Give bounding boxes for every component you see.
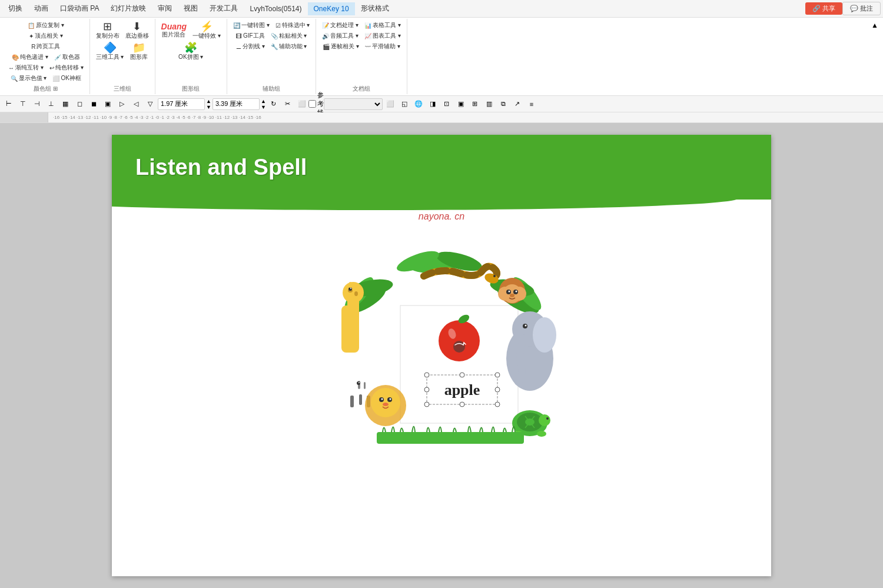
menu-item-slideshow[interactable]: 幻灯片放映 bbox=[105, 1, 152, 16]
ribbon-group-graphic: Duang 图片混合 ⚡ 一键特效 ▾ 🧩 OK拼图 ▾ 图形组 bbox=[155, 19, 227, 94]
menu-item-switch[interactable]: 切换 bbox=[2, 1, 28, 16]
width-input[interactable] bbox=[158, 98, 205, 110]
svg-rect-66 bbox=[377, 432, 524, 444]
ribbon-row-3d-2: 🔷 三维工具 ▾ 📁 图形库 bbox=[94, 41, 151, 62]
height-spinner-up[interactable]: ▲▼ bbox=[261, 98, 266, 110]
btn-special-select[interactable]: ☑ 特殊选中 ▾ bbox=[273, 20, 313, 31]
eyedropper-icon: 💉 bbox=[54, 54, 61, 61]
toolbar-btn-3[interactable]: ⊣ bbox=[31, 98, 44, 111]
share-button[interactable]: 🔗 共享 bbox=[805, 2, 842, 15]
toolbar-extra-5[interactable]: ⊡ bbox=[440, 98, 453, 111]
btn-vertex-related[interactable]: ✦ 顶点相关 ▾ bbox=[26, 31, 65, 41]
toolbar-extra-3[interactable]: 🌐 bbox=[412, 98, 425, 111]
rotate-btn[interactable]: ↻ bbox=[267, 98, 280, 111]
toolbar-btn-9[interactable]: ▷ bbox=[115, 98, 128, 111]
crop-btn[interactable]: ✂ bbox=[281, 98, 294, 111]
btn-ok-frame[interactable]: ⬜ OK神框 bbox=[50, 73, 83, 84]
btn-audio-tool[interactable]: 🔊 音频工具 ▾ bbox=[320, 31, 361, 41]
toolbar-extra-2[interactable]: ◱ bbox=[398, 98, 411, 111]
height-input[interactable] bbox=[213, 98, 260, 110]
toolbar-extra-8[interactable]: ▥ bbox=[483, 98, 496, 111]
review-button[interactable]: 💬 批注 bbox=[842, 2, 881, 15]
collage-icon: 🧩 bbox=[184, 42, 197, 53]
animal-frame[interactable]: apple bbox=[318, 229, 565, 453]
btn-duang[interactable]: Duang 图片混合 bbox=[159, 21, 190, 40]
toolbar-extra-9[interactable]: ⧉ bbox=[497, 98, 510, 111]
btn-paste-related[interactable]: 📎 粘贴相关 ▾ bbox=[268, 31, 310, 41]
svg-point-71 bbox=[495, 373, 500, 377]
toolbar-btn-6[interactable]: ◻ bbox=[73, 98, 86, 111]
btn-chart-tool[interactable]: 📈 图表工具 ▾ bbox=[362, 31, 403, 41]
toolbar-btn-2[interactable]: ⊤ bbox=[16, 98, 29, 111]
svg-point-75 bbox=[460, 402, 464, 407]
menu-item-view[interactable]: 视图 bbox=[178, 1, 204, 16]
btn-copy-distribute[interactable]: ⊞ 复制分布 bbox=[94, 20, 122, 41]
btn-gif-tool[interactable]: 🎞 GIF工具 bbox=[234, 31, 267, 41]
btn-one-click-img[interactable]: 🔄 一键转图 ▾ bbox=[231, 20, 272, 31]
menu-item-animation[interactable]: 动画 bbox=[28, 1, 54, 16]
btn-frame-related[interactable]: 🎬 逐帧相关 ▾ bbox=[320, 41, 361, 52]
toolbar-btn-1[interactable]: ⊢ bbox=[2, 98, 15, 111]
toolbar-btn-10[interactable]: ◁ bbox=[130, 98, 142, 111]
btn-doc-process[interactable]: 📝 文档处理 ▾ bbox=[320, 20, 361, 31]
btn-3d-tools[interactable]: 🔷 三维工具 ▾ bbox=[94, 41, 127, 62]
toolbar-btn-11[interactable]: ▽ bbox=[144, 98, 157, 111]
toolbar-extra-11[interactable]: ≡ bbox=[525, 98, 538, 111]
toolbar-extra-7[interactable]: ⊞ bbox=[469, 98, 482, 111]
svg-point-33 bbox=[381, 398, 383, 400]
svg-point-35 bbox=[390, 398, 391, 400]
menu-item-developer[interactable]: 开发工具 bbox=[204, 1, 244, 16]
width-spinner-up[interactable]: ▲▼ bbox=[206, 98, 211, 110]
btn-table-tool[interactable]: 📊 表格工具 ▾ bbox=[362, 20, 403, 31]
toolbar-extra-1[interactable]: ⬜ bbox=[384, 98, 397, 111]
menu-item-shape-format[interactable]: 形状格式 bbox=[355, 1, 395, 16]
collapse-icon: ▲ bbox=[871, 21, 878, 29]
btn-solid-gradient[interactable]: 🎨 纯色递进 ▾ bbox=[9, 52, 51, 62]
btn-one-click-effect[interactable]: ⚡ 一键特效 ▾ bbox=[190, 20, 223, 41]
menu-item-review[interactable]: 审阅 bbox=[152, 1, 178, 16]
ruler-marks: ·16 ·15 ·14 ·13 ·12 ·11 ·10 ·9 ·8 ·7 ·6 … bbox=[48, 115, 883, 120]
toolbar-btn-7[interactable]: ◼ bbox=[87, 98, 100, 111]
ribbon-row-doc-3: 🎬 逐帧相关 ▾ 〰 平滑辅助 ▾ bbox=[320, 41, 403, 52]
toolbar-btn-5[interactable]: ▦ bbox=[59, 98, 72, 111]
toolbar-btn-4[interactable]: ⊥ bbox=[45, 98, 58, 111]
btn-aux-function[interactable]: 🔧 辅助功能 ▾ bbox=[268, 41, 310, 52]
doc-icon: 📝 bbox=[322, 22, 329, 29]
btn-shape-library[interactable]: 📁 图形库 bbox=[127, 41, 151, 62]
btn-divider[interactable]: ⚊ 分割线 ▾ bbox=[234, 41, 267, 52]
ribbon: 📋 原位复制 ▾ ✦ 顶点相关 ▾ R 跨页工具 bbox=[0, 18, 883, 96]
menu-item-pocket-animation[interactable]: 口袋动画 PA bbox=[54, 1, 105, 16]
btn-color-transfer[interactable]: ↩ 纯色转移 ▾ bbox=[47, 62, 86, 73]
svg-rect-23 bbox=[350, 396, 354, 407]
guideline-select[interactable] bbox=[324, 98, 383, 110]
btn-smooth-assist[interactable]: 〰 平滑辅助 ▾ bbox=[363, 41, 403, 52]
btn-ok-collage[interactable]: 🧩 OK拼图 ▾ bbox=[176, 41, 205, 62]
btn-gradient-swap[interactable]: ↔ 渐纯互转 ▾ bbox=[6, 62, 46, 73]
svg-point-28 bbox=[357, 381, 360, 385]
btn-cross-page[interactable]: R 跨页工具 bbox=[29, 41, 62, 52]
chart-icon: 📈 bbox=[364, 33, 371, 39]
ruler: ·16 ·15 ·14 ·13 ·12 ·11 ·10 ·9 ·8 ·7 ·6 … bbox=[0, 112, 883, 123]
toolbar-extra-10[interactable]: ↗ bbox=[511, 98, 524, 111]
toolbar: ⊢ ⊤ ⊣ ⊥ ▦ ◻ ◼ ▣ ▷ ◁ ▽ ▲▼ ▲▼ ↻ ✂ ⬜ 参考线 ⬜ … bbox=[0, 96, 883, 112]
toolbar-extra-6[interactable]: ▣ bbox=[454, 98, 467, 111]
frame-btn[interactable]: ⬜ bbox=[296, 98, 308, 111]
svg-point-52 bbox=[525, 325, 527, 327]
document-area: Listen and Spell nayona. cn bbox=[0, 123, 883, 588]
svg-point-14 bbox=[354, 291, 358, 296]
svg-point-47 bbox=[510, 294, 514, 297]
toolbar-btn-8[interactable]: ▣ bbox=[101, 98, 114, 111]
menu-item-lvyh[interactable]: LvyhTools(0514) bbox=[244, 2, 307, 15]
paste-icon: 📎 bbox=[271, 33, 278, 39]
copy-icon: 📋 bbox=[28, 22, 35, 29]
btn-copy-in-place[interactable]: 📋 原位复制 ▾ bbox=[25, 20, 67, 31]
library-icon: 📁 bbox=[132, 42, 145, 53]
menu-item-onekey[interactable]: OneKey 10 bbox=[308, 2, 355, 15]
btn-show-color[interactable]: 🔍 显示色值 ▾ bbox=[8, 73, 49, 84]
btn-bottom-move[interactable]: ⬇ 底边垂移 bbox=[123, 20, 151, 41]
btn-eyedropper[interactable]: 💉 取色器 bbox=[52, 52, 82, 62]
ribbon-collapse[interactable]: ▲ bbox=[869, 19, 881, 94]
guideline-checkbox[interactable]: 参考线 bbox=[310, 98, 323, 111]
toolbar-extra-4[interactable]: ◨ bbox=[426, 98, 439, 111]
svg-rect-18 bbox=[354, 283, 357, 288]
